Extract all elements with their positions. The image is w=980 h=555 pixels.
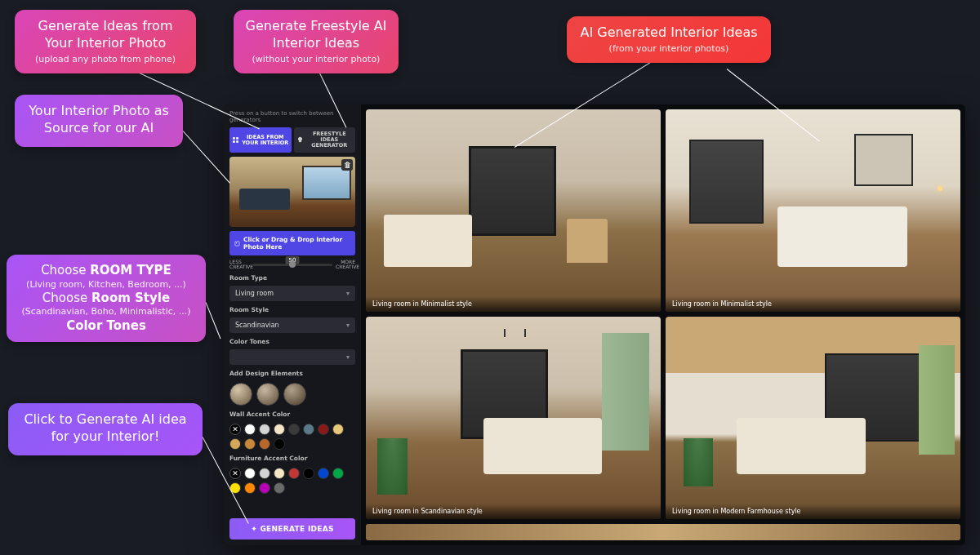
callout-choose-options: Choose ROOM TYPE (Living room, Kitchen, … [7,255,206,342]
color-swatch[interactable] [244,438,256,450]
result-image [366,317,661,519]
creativity-slider-row: LESS CREATIVE 50 MORE CREATIVE [229,260,355,269]
color-swatch[interactable] [288,468,300,479]
color-swatch[interactable]: ✕ [229,424,241,435]
result-caption: Living room in Minimalist style [366,296,661,312]
result-image [666,109,960,312]
grid-icon [232,136,239,144]
t: (Scandinavian, Boho, Minimalistic, ...) [18,306,194,317]
svg-point-5 [236,242,237,243]
slider-label-right: MORE CREATIVE [336,260,355,269]
tab-label: IDEAS FROM YOUR INTERIOR [242,135,289,146]
callout-sub: (upload any photo from phone) [26,54,185,65]
t: Choose [42,291,87,305]
slider-thumb[interactable] [289,261,296,268]
result-image [366,109,661,312]
room-style-label: Room Style [229,306,355,313]
design-element-1[interactable] [229,383,252,406]
color-swatch[interactable] [318,468,329,479]
color-swatch[interactable] [259,424,270,435]
design-elements-label: Add Design Elements [229,370,355,377]
result-card[interactable]: Living room in Minimalist style [666,109,960,312]
callout-generate: Click to Generate AI idea for your Inter… [8,403,203,455]
app-window: Press on a button to switch between gene… [224,104,965,545]
svg-rect-0 [233,137,235,140]
generate-ideas-button[interactable]: ✦ GENERATE IDEAS [229,518,355,539]
tab-ideas-from-interior[interactable]: IDEAS FROM YOUR INTERIOR [229,127,292,153]
color-swatch[interactable] [259,438,270,450]
callout-sub: (without your interior photo) [245,54,387,65]
color-swatch[interactable] [244,424,256,435]
t: ROOM TYPE [90,263,172,278]
upload-photo-button[interactable]: Click or Drag & Drop Interior Photo Here [229,231,355,255]
result-image [666,317,960,519]
room-style-select[interactable]: Scandinavian [229,317,355,333]
color-swatch[interactable] [332,468,344,479]
result-strip [366,524,960,540]
color-swatch[interactable] [259,482,270,494]
callout-freestyle: Generate Freestyle AI Interior Ideas (wi… [234,10,399,73]
design-element-3[interactable] [283,383,306,406]
image-icon [234,240,240,247]
generator-tabs: IDEAS FROM YOUR INTERIOR FREESTYLE IDEAS… [229,127,355,153]
upload-label: Click or Drag & Drop Interior Photo Here [243,236,350,251]
callout-title: Generate Ideas from Your Interior Photo [26,18,185,52]
color-swatch[interactable] [229,438,241,450]
result-card[interactable]: Living room in Minimalist style [366,109,661,312]
source-photo-preview[interactable]: 🗑 [229,157,355,227]
svg-rect-1 [236,137,238,140]
slider-label-left: LESS CREATIVE [229,260,249,269]
color-tones-select[interactable] [229,349,355,365]
callout-title: Your Interior Photo as Source for our AI [26,103,172,137]
color-swatch[interactable] [288,424,300,435]
color-swatch[interactable] [274,468,285,479]
result-card[interactable]: Living room in Modern Farmhouse style [666,317,960,519]
result-caption: Living room in Modern Farmhouse style [666,504,960,519]
callout-title: AI Generated Interior Ideas [578,24,760,42]
color-swatch[interactable] [274,438,285,450]
result-card[interactable]: Living room in Scandinavian style [366,317,661,519]
t: Room Style [91,291,170,305]
wall-accent-swatches: ✕ [229,424,355,450]
color-swatch[interactable] [244,468,256,479]
color-swatch[interactable] [274,482,285,494]
bulb-icon [296,136,304,144]
svg-rect-4 [235,242,239,246]
svg-rect-3 [236,140,238,143]
color-swatch[interactable] [259,468,270,479]
design-elements [229,383,355,406]
color-tones-label: Color Tones [229,338,355,345]
t: Color Tones [66,318,146,333]
callout-title: Generate Freestyle AI Interior Ideas [245,18,387,52]
callout-generate-from-photo: Generate Ideas from Your Interior Photo … [15,10,196,73]
select-value: Living room [235,290,274,297]
result-caption: Living room in Scandinavian style [366,504,661,519]
results-gallery: Living room in Minimalist style Living r… [361,104,965,545]
callout-source-photo: Your Interior Photo as Source for our AI [15,95,183,147]
tab-label: FREESTYLE IDEAS GENERATOR [306,131,354,149]
callout-title: Click to Generate AI idea for your Inter… [20,411,191,446]
creativity-slider[interactable]: 50 [252,264,332,266]
room-type-select[interactable]: Living room [229,286,355,301]
design-element-2[interactable] [256,383,279,406]
t: Choose [41,263,86,278]
color-swatch[interactable] [274,424,285,435]
color-swatch[interactable] [318,424,329,435]
sidebar: Press on a button to switch between gene… [224,104,361,545]
callout-sub: (from your interior photos) [578,43,760,55]
color-swatch[interactable]: ✕ [229,468,241,479]
generator-hint: Press on a button to switch between gene… [229,110,355,123]
color-swatch[interactable] [303,424,314,435]
color-swatch[interactable] [332,424,344,435]
svg-rect-2 [233,140,235,143]
select-value: Scandinavian [235,322,279,329]
wall-accent-label: Wall Accent Color [229,411,355,418]
color-swatch[interactable] [244,482,256,494]
color-swatch[interactable] [303,468,314,479]
tab-freestyle[interactable]: FREESTYLE IDEAS GENERATOR [294,127,356,153]
furniture-accent-label: Furniture Accent Color [229,455,355,462]
result-caption: Living room in Minimalist style [666,296,960,312]
t: (Living room, Kitchen, Bedroom, ...) [18,279,194,291]
delete-photo-button[interactable]: 🗑 [341,159,353,171]
room-type-label: Room Type [229,274,355,282]
